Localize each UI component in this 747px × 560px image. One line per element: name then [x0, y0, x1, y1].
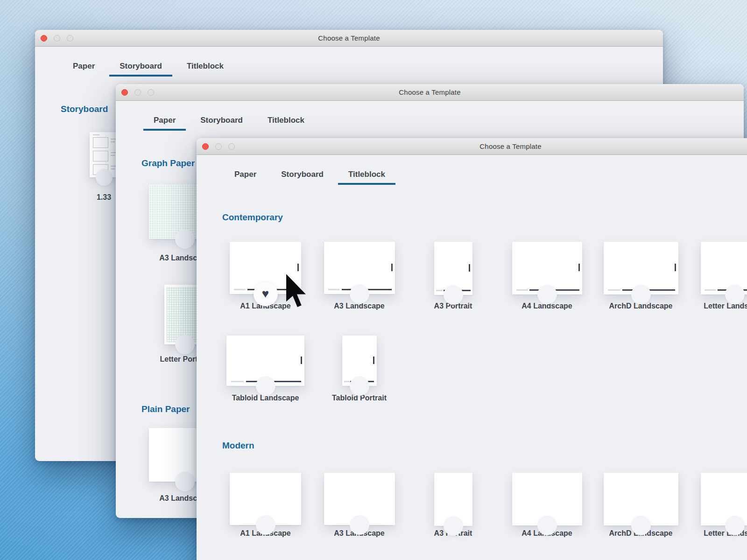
template-item-contemporary-a1-landscape[interactable]: ♥ A1 Landscape: [218, 242, 312, 295]
template-item-contemporary-tabloid-portrait[interactable]: Tabloid Portrait: [312, 336, 406, 386]
thumb-circle: [537, 285, 557, 304]
thumb-circle: [350, 515, 369, 535]
thumb-circle: [631, 516, 651, 535]
titleblock-strip-light: [234, 289, 245, 290]
tab-titleblock[interactable]: Titleblock: [338, 170, 395, 185]
template-item-contemporary-a3-portrait[interactable]: A3 Portrait: [406, 242, 500, 295]
titleblock-thumbnail: [230, 473, 301, 525]
thumb-circle: [444, 285, 463, 305]
thumb-circle: [256, 376, 275, 396]
titlebar[interactable]: Choose a Template: [116, 84, 744, 101]
window-title: Choose a Template: [197, 142, 747, 150]
template-item-modern-a1-landscape[interactable]: A1 Landscape: [218, 473, 312, 526]
tab-bar: Paper Storyboard Titleblock: [63, 62, 234, 77]
template-item-modern-a3-landscape[interactable]: A3 Landscape: [312, 473, 406, 526]
tab-paper[interactable]: Paper: [224, 170, 267, 185]
titleblock-thumbnail: [604, 242, 678, 294]
tab-bar: Paper Storyboard Titleblock: [224, 170, 395, 185]
section-heading-modern: Modern: [222, 441, 254, 451]
titleblock-thumbnail: [512, 473, 582, 525]
tab-storyboard[interactable]: Storyboard: [190, 116, 253, 131]
thumb-circle: [631, 285, 651, 304]
thumb-circle: [444, 516, 463, 536]
template-item-contemporary-a4-landscape[interactable]: A4 Landscape: [500, 242, 594, 295]
titleblock-thumbnail: [434, 242, 472, 295]
titlebar[interactable]: Choose a Template: [35, 30, 663, 47]
thumb-circle: [350, 284, 369, 304]
thumb-circle: [256, 515, 275, 535]
tab-paper[interactable]: Paper: [143, 116, 186, 131]
window-choose-template-front: Choose a Template Paper Storyboard Title…: [197, 138, 747, 560]
titleblock-thumbnail: [226, 336, 304, 386]
titleblock-thumbnail: [512, 242, 582, 294]
tab-bar: Paper Storyboard Titleblock: [143, 116, 315, 131]
thumb-circle: [175, 229, 195, 249]
titleblock-thumbnail: [701, 242, 747, 294]
tab-paper[interactable]: Paper: [63, 62, 105, 77]
titleblock-tick: [297, 264, 299, 271]
titleblock-thumbnail: [324, 473, 395, 525]
thumb-circle: [175, 472, 195, 491]
window-title: Choose a Template: [35, 34, 663, 42]
thumb-circle: [725, 285, 745, 304]
section-heading-contemporary: Contemporary: [222, 212, 283, 223]
template-item-modern-a3-portrait[interactable]: A3 Portrait: [406, 473, 500, 526]
section-heading-plain-paper: Plain Paper: [141, 404, 190, 414]
template-item-modern-a4-landscape[interactable]: A4 Landscape: [500, 473, 594, 526]
heart-icon: ♥: [262, 287, 269, 300]
tab-titleblock[interactable]: Titleblock: [176, 62, 234, 77]
window-title: Choose a Template: [116, 88, 744, 96]
template-item-contemporary-tabloid-landscape[interactable]: Tabloid Landscape: [218, 336, 312, 386]
thumb-circle: [350, 376, 369, 396]
titleblock-thumbnail: [604, 473, 678, 525]
titleblock-thumbnail: ♥: [230, 242, 301, 294]
thumb-circle: [96, 169, 113, 186]
tab-storyboard[interactable]: Storyboard: [109, 62, 172, 77]
tab-storyboard[interactable]: Storyboard: [271, 170, 334, 185]
template-item-contemporary-a3-landscape[interactable]: A3 Landscape: [312, 242, 406, 295]
template-item-contemporary-archd-landscape[interactable]: ArchD Landscape: [594, 242, 688, 295]
titlebar[interactable]: Choose a Template: [197, 138, 747, 155]
section-heading-graph-paper: Graph Paper: [141, 158, 195, 168]
template-item-modern-archd-landscape[interactable]: ArchD Landscape: [594, 473, 688, 526]
thumb-circle: [537, 516, 557, 535]
tab-titleblock[interactable]: Titleblock: [257, 116, 315, 131]
favorite-button[interactable]: ♥: [254, 282, 278, 306]
titleblock-thumbnail: [434, 473, 472, 526]
thumb-circle: [175, 335, 195, 354]
template-item-contemporary-letter-landscape[interactable]: Letter Landscape: [688, 242, 747, 295]
titleblock-thumbnail: [324, 242, 395, 294]
section-heading-storyboard: Storyboard: [61, 104, 108, 114]
titleblock-thumbnail: [701, 473, 747, 525]
template-item-modern-letter-landscape[interactable]: Letter Landscape: [688, 473, 747, 526]
storyboard-thumbnail: [90, 132, 119, 177]
thumb-circle: [725, 516, 745, 535]
titleblock-thumbnail: [342, 336, 377, 386]
